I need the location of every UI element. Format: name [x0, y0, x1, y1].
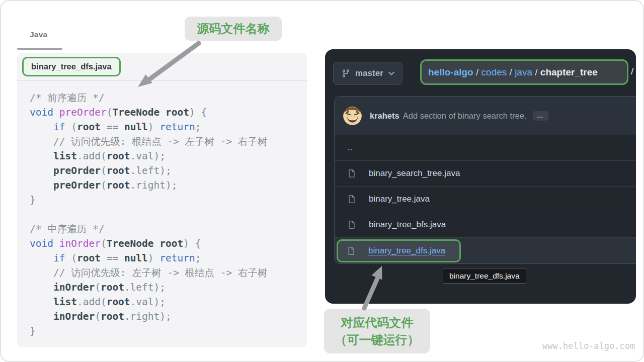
- commit-message-link[interactable]: Add section of binary search tree.: [403, 111, 527, 121]
- callout-code-file-line2: （可一键运行）: [335, 331, 420, 348]
- commit-author-link[interactable]: krahets: [370, 111, 399, 121]
- breadcrumb-current-dir: chapter_tree: [540, 67, 598, 78]
- avatar[interactable]: [343, 107, 362, 125]
- breadcrumb-separator: /: [507, 67, 515, 78]
- figure-frame: Java binary_tree_dfs.java /* 前序遍历 */void…: [0, 0, 644, 362]
- file-icon: [348, 168, 356, 178]
- code-header: binary_tree_dfs.java: [17, 53, 307, 81]
- code-panel: binary_tree_dfs.java /* 前序遍历 */void preO…: [17, 53, 307, 347]
- file-tooltip: binary_tree_dfs.java: [443, 268, 526, 284]
- branch-name: master: [355, 68, 383, 78]
- branch-selector-button[interactable]: master: [333, 62, 403, 85]
- latest-commit-row: krahets Add section of binary search tre…: [335, 97, 636, 135]
- github-file-browser: master hello-algo / codes / java / chapt…: [325, 49, 636, 304]
- breadcrumb-repo-link[interactable]: hello-algo: [428, 67, 473, 78]
- file-row[interactable]: binary_tree_bfs.java: [335, 212, 636, 238]
- file-row[interactable]: binary_tree.java: [335, 187, 636, 212]
- file-row[interactable]: binary_search_tree.java: [335, 161, 636, 187]
- breadcrumb-separator: /: [473, 67, 481, 78]
- breadcrumb-codes-link[interactable]: codes: [481, 67, 507, 78]
- source-filename-box: binary_tree_dfs.java: [22, 57, 121, 76]
- code-block: /* 前序遍历 */void preOrder(TreeNode root) {…: [17, 81, 307, 338]
- highlighted-file-link[interactable]: binary_tree_dfs.java: [368, 246, 445, 256]
- file-list-panel: krahets Add section of binary search tre…: [334, 96, 636, 264]
- breadcrumb-separator: /: [532, 67, 540, 78]
- file-icon: [348, 220, 356, 230]
- highlight-box: binary_tree_dfs.java: [337, 239, 461, 262]
- file-icon: [348, 194, 356, 204]
- chevron-down-icon: [388, 71, 394, 75]
- callout-code-file-line1: 对应代码文件: [341, 314, 414, 331]
- file-name: binary_tree.java: [369, 194, 430, 204]
- file-icon: [347, 246, 356, 256]
- breadcrumb-java-link[interactable]: java: [515, 67, 532, 78]
- git-branch-icon: [341, 69, 350, 78]
- callout-source-filename: 源码文件名称: [185, 17, 282, 41]
- file-name: binary_tree_bfs.java: [369, 220, 446, 230]
- commit-ellipsis-button[interactable]: …: [533, 111, 548, 121]
- file-name: binary_search_tree.java: [369, 168, 460, 178]
- watermark: www.hello-algo.com: [542, 341, 635, 351]
- callout-code-file: 对应代码文件 （可一键运行）: [324, 309, 430, 353]
- breadcrumb: hello-algo / codes / java / chapter_tree: [420, 59, 628, 85]
- parent-directory-row[interactable]: ..: [335, 135, 636, 161]
- parent-directory-label: ..: [348, 143, 353, 152]
- tab-java[interactable]: Java: [30, 30, 47, 39]
- breadcrumb-trailing-separator: /: [631, 66, 633, 77]
- file-row-highlighted[interactable]: binary_tree_dfs.java: [335, 238, 636, 263]
- tab-active-underline: [17, 48, 62, 50]
